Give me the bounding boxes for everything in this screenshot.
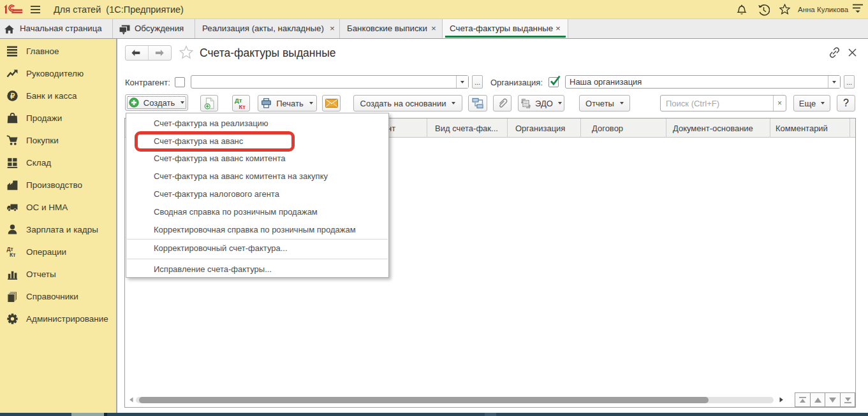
svg-text:Кт: Кт	[10, 252, 15, 258]
svg-text:Кт: Кт	[239, 103, 246, 110]
svg-text:₽: ₽	[10, 92, 15, 100]
